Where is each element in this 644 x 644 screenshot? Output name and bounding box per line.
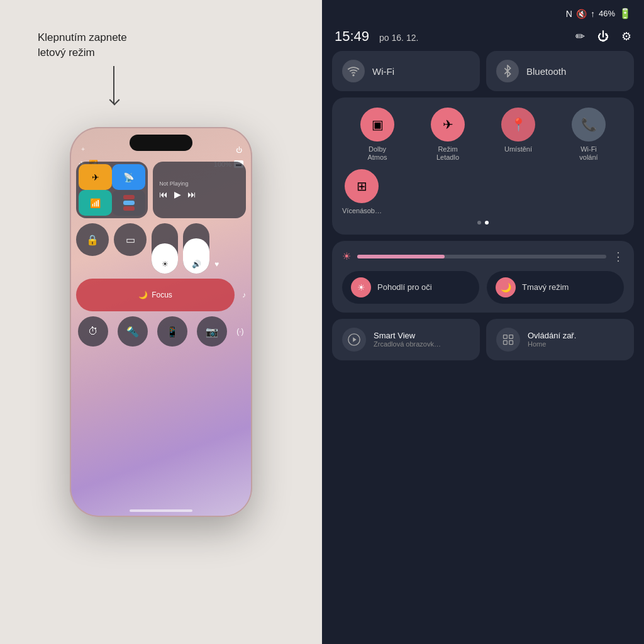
smart-view-sub: Zrcadlová obrazovk… (374, 340, 441, 348)
battery-percent: 46% (599, 9, 615, 18)
location-icon: 📍 (501, 108, 535, 142)
airplane-icon: ✈ (431, 108, 465, 142)
cc-network-sub (112, 190, 145, 216)
media-prev[interactable]: ⏮ (159, 189, 168, 199)
svg-rect-6 (509, 340, 513, 344)
nfc-icon: N (566, 9, 572, 19)
grid-item-dolby[interactable]: ▣ DolbyAtmos (342, 108, 413, 162)
media-controls: ⏮ ▶ ⏭ (159, 189, 240, 199)
cc-wifi-btn[interactable]: 📶 (79, 190, 112, 216)
cc-bottom-row: ⏱ 🔦 📱 📷 (·) (76, 316, 246, 347)
grid-row-2: ⊞ Vícenásob… (342, 169, 624, 215)
media-next[interactable]: ⏭ (187, 189, 196, 199)
device-control-tile[interactable]: Ovládání zař. Home (486, 319, 634, 360)
clock-display: 15:49 (335, 28, 369, 45)
smart-view-title: Smart View (374, 331, 441, 340)
cc-airplane-btn[interactable]: ✈ (79, 164, 112, 190)
eye-comfort-icon: ☀ (351, 277, 371, 297)
phone-power-icon: ⏻ (236, 147, 242, 153)
dark-mode-label: Tmavý režim (522, 282, 569, 292)
device-control-text: Ovládání zař. Home (528, 331, 576, 348)
device-control-icon (496, 328, 520, 352)
device-control-title: Ovládání zař. (528, 331, 576, 340)
dots-indicator (342, 221, 624, 225)
cc-brightness-slider[interactable]: ☀ (152, 223, 178, 274)
cc-airdrop-btn[interactable]: 📡 (112, 164, 145, 190)
cc-remote-btn[interactable]: 📱 (157, 316, 187, 347)
cc-camera-btn[interactable]: 📷 (197, 316, 227, 347)
bluetooth-tile-icon (496, 60, 519, 82)
cc-heart-icon: ♥ (214, 260, 219, 274)
svg-point-0 (353, 75, 354, 76)
settings-icon[interactable]: ⚙ (621, 30, 631, 43)
cc-icon-row: 🔒 ▭ ☀ 🔊 ♥ (76, 223, 246, 274)
cc-volume-slider[interactable]: 🔊 (183, 223, 209, 274)
smart-view-tile[interactable]: Smart View Zrcadlová obrazovk… (332, 319, 480, 360)
cc-timer-btn[interactable]: ⏱ (78, 316, 108, 347)
eye-comfort-label: Pohodlí pro oči (377, 282, 432, 292)
top-actions: ✏ ⏻ ⚙ (575, 30, 631, 43)
media-play[interactable]: ▶ (174, 189, 181, 199)
brightness-buttons: ☀ Pohodlí pro oči 🌙 Tmavý režim (342, 271, 624, 304)
right-panel: N 🔇 ↑ 46% 🔋 15:49 po 16. 12. ✏ ⏻ ⚙ (322, 0, 644, 644)
moon-icon: 🌙 (138, 291, 148, 299)
cc-music-icon: ♪ (242, 291, 246, 299)
cc-focus-btn[interactable]: 🌙 Focus (76, 279, 235, 311)
smart-row: Smart View Zrcadlová obrazovk… Ovládání … (332, 319, 634, 360)
cc-sub3 (123, 206, 135, 211)
dark-mode-icon: 🌙 (496, 277, 516, 297)
cc-torch-btn[interactable]: 🔦 (118, 316, 148, 347)
quick-tiles-row: Wi-Fi Bluetooth (332, 51, 634, 91)
dot-1 (477, 221, 481, 225)
grid-item-multiwindow[interactable]: ⊞ Vícenásob… (342, 169, 382, 215)
smart-view-text: Smart View Zrcadlová obrazovk… (374, 331, 441, 348)
annotation-line (113, 66, 114, 104)
wifi-tile-icon (342, 60, 365, 82)
brightness-more-icon[interactable]: ⋮ (613, 250, 624, 264)
battery-bar-icon: 🔋 (619, 8, 631, 19)
wifi-tile[interactable]: Wi-Fi (332, 51, 480, 91)
bluetooth-tile[interactable]: Bluetooth (486, 51, 634, 91)
brightness-sun-icon: ☀ (342, 250, 351, 262)
cc-media-tile: Not Playing ⏮ ▶ ⏭ (153, 162, 246, 218)
dolby-icon: ▣ (360, 108, 394, 142)
location-label: Umístění (504, 145, 532, 153)
focus-label: Focus (152, 291, 172, 299)
cc-screen-btn[interactable]: ▭ (114, 223, 147, 256)
brightness-panel: ☀ ⋮ ☀ Pohodlí pro oči 🌙 Tmavý režim (332, 241, 634, 313)
svg-marker-2 (353, 337, 357, 341)
brightness-row: ☀ ⋮ (342, 250, 624, 264)
media-title: Not Playing (159, 180, 240, 187)
wifi-call-label: Wi-Fivolání (579, 145, 597, 162)
wifi-tile-label: Wi-Fi (372, 66, 394, 77)
brightness-bar[interactable] (357, 255, 606, 258)
cc-lock-btn[interactable]: 🔒 (76, 223, 109, 256)
device-control-sub: Home (528, 340, 576, 348)
wifi-call-icon: 📞 (572, 108, 606, 142)
arrow-up-icon: ↑ (591, 9, 595, 19)
cc-network-tile[interactable]: ✈ 📡 📶 (76, 162, 148, 218)
cc-sub1 (123, 195, 135, 199)
grid-item-location[interactable]: 📍 Umístění (483, 108, 553, 162)
android-top-row: 15:49 po 16. 12. ✏ ⏻ ⚙ (332, 28, 634, 45)
multiwindow-label: Vícenásob… (342, 207, 382, 215)
grid-panel: ▣ DolbyAtmos ✈ RežimLetadlo 📍 Umístění 📞… (332, 97, 634, 235)
brightness-fill (357, 255, 445, 258)
grid-4: ▣ DolbyAtmos ✈ RežimLetadlo 📍 Umístění 📞… (342, 108, 624, 162)
svg-rect-5 (504, 340, 508, 344)
dolby-label: DolbyAtmos (367, 145, 387, 162)
svg-rect-3 (504, 335, 508, 338)
cc-signal-icon: (·) (236, 327, 243, 336)
eye-comfort-btn[interactable]: ☀ Pohodlí pro oči (342, 271, 479, 304)
multiwindow-icon: ⊞ (345, 169, 379, 203)
svg-rect-4 (509, 335, 513, 338)
phone-notch (130, 135, 192, 151)
grid-item-airplane[interactable]: ✈ RežimLetadlo (413, 108, 483, 162)
cc-focus-row: 🌙 Focus ♪ (76, 279, 246, 311)
dark-mode-btn[interactable]: 🌙 Tmavý režim (487, 271, 624, 304)
grid-item-wifi-call[interactable]: 📞 Wi-Fivolání (553, 108, 624, 162)
annotation-line2: letový režim (38, 47, 95, 58)
phone-add-icon: ＋ (80, 145, 86, 153)
power-icon[interactable]: ⏻ (597, 30, 609, 43)
edit-icon[interactable]: ✏ (575, 30, 585, 43)
